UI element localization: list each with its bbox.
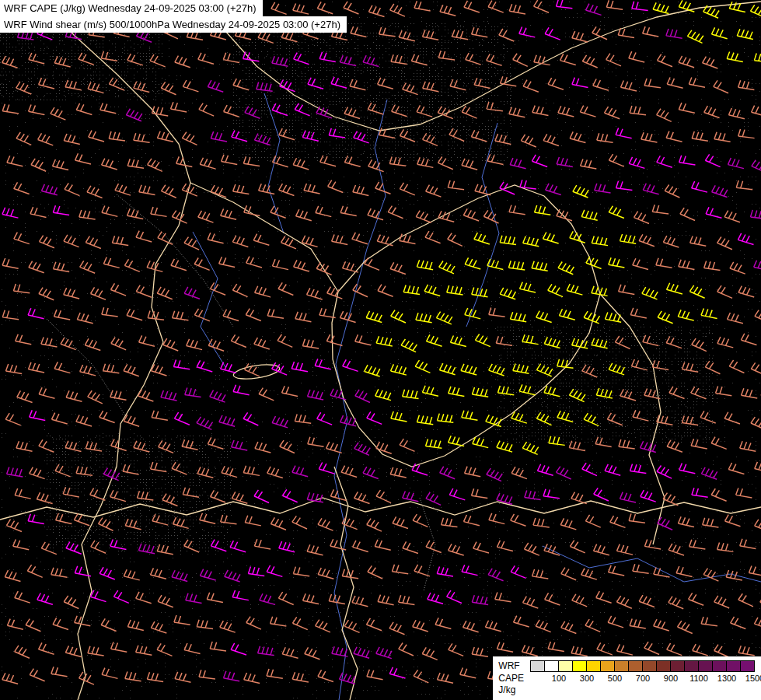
legend-swatch	[614, 660, 629, 672]
legend-swatch	[544, 660, 559, 672]
legend-swatch	[530, 660, 545, 672]
header-title-shear: WRF Wind shear (m/s) 500/1000hPa Wednesd…	[0, 16, 347, 33]
legend-tick-label: 1300	[717, 674, 736, 683]
legend-tick-label: 900	[664, 674, 678, 683]
legend-swatch	[740, 660, 755, 672]
legend-swatch	[572, 660, 587, 672]
legend-swatch	[712, 660, 727, 672]
map-titles: WRF CAPE (J/kg) Wednesday 24-09-2025 03:…	[0, 0, 347, 33]
legend-swatch	[656, 660, 671, 672]
legend-swatch	[698, 660, 713, 672]
cape-legend: WRF CAPE J/kg 10030050070090011001300150…	[493, 656, 761, 700]
legend-tick-label: 1500	[745, 674, 761, 683]
legend-tick-label: 1100	[689, 674, 708, 683]
legend-labels: WRF CAPE J/kg	[498, 660, 524, 697]
header-title-cape: WRF CAPE (J/kg) Wednesday 24-09-2025 03:…	[0, 0, 263, 16]
legend-swatch	[684, 660, 699, 672]
legend-tick-label: 300	[580, 674, 594, 683]
legend-swatch	[558, 660, 573, 672]
legend-tick-label: 700	[636, 674, 650, 683]
legend-swatch	[600, 660, 615, 672]
legend-swatch	[670, 660, 685, 672]
legend-tick-label: 100	[552, 674, 566, 683]
legend-units-label: J/kg	[498, 684, 524, 697]
legend-swatch	[586, 660, 601, 672]
legend-swatch	[628, 660, 643, 672]
legend-swatch	[726, 660, 741, 672]
legend-swatch-row	[530, 660, 755, 672]
legend-tick-row: 100300500700900110013001500	[530, 672, 755, 684]
legend-scale: 100300500700900110013001500	[530, 660, 755, 684]
legend-param-label: CAPE	[498, 673, 524, 685]
legend-tick-label: 500	[608, 674, 622, 683]
weather-map-canvas	[0, 0, 761, 700]
legend-model-label: WRF	[498, 660, 524, 673]
legend-swatch	[642, 660, 657, 672]
